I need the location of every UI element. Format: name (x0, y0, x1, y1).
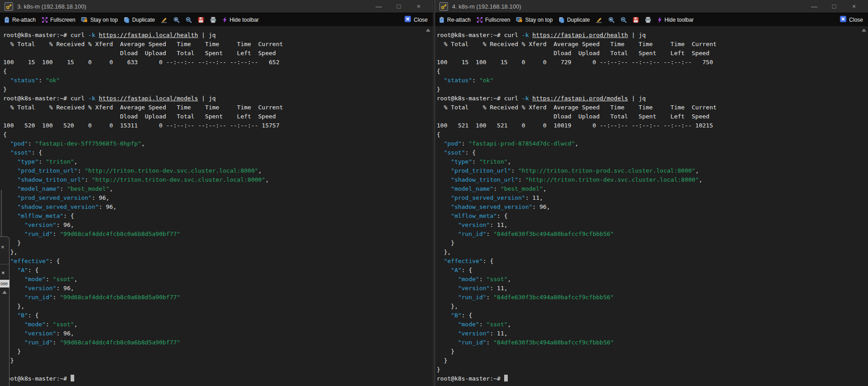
close-session-button[interactable]: Close (840, 16, 863, 24)
window-title: 4. k8s-m (192.168.18.100) (452, 3, 804, 10)
terminal-line: Dload Upload Total Spent Left Speed (437, 49, 868, 58)
floppy-icon (198, 17, 204, 23)
terminal-line: "type": "triton", (3, 157, 433, 166)
toolbar-button-label: Hide toolbar (664, 17, 694, 23)
terminal-line: % Total % Received % Xferd Average Speed… (3, 103, 433, 112)
maximize-button[interactable]: □ (389, 3, 409, 10)
terminal-line: "version": 96, (3, 329, 433, 338)
terminal-screen[interactable]: root@k8s-master:~# curl -k https://fasta… (435, 26, 868, 386)
terminal-line: "run_id": "84dfe630f3bc494a80bafccf9cfbb… (437, 338, 868, 347)
session-key-icon (5, 2, 13, 11)
terminal-line: { (437, 130, 868, 139)
terminal-line: % Total % Received % Xferd Average Speed… (437, 40, 868, 49)
maximize-button[interactable]: □ (824, 3, 844, 10)
close-x-icon (405, 16, 411, 24)
session-key-icon (439, 2, 448, 11)
terminal-line: % Total % Received % Xferd Average Speed… (437, 103, 868, 112)
terminal-line: 100 15 100 15 0 0 729 0 --:--:-- --:--:-… (437, 58, 868, 67)
toolbar-button-reattach[interactable]: Re-attach (4, 17, 36, 23)
terminal-line: root@k8s-master:~# (437, 374, 868, 383)
terminal-line: } (437, 365, 868, 374)
terminal-line: "version": 11, (437, 284, 868, 293)
titlebar[interactable]: 3. k8s-m (192.168.18.100) — □ × (0, 0, 433, 13)
toolbar-button-printer[interactable] (210, 17, 216, 23)
toolbar-button-reattach[interactable]: Re-attach (439, 17, 471, 23)
terminal-line: "A": { (437, 266, 868, 275)
close-x-icon (840, 16, 846, 24)
scrollbar-up-arrow[interactable] (2, 291, 7, 294)
minimize-button[interactable]: — (369, 3, 389, 10)
terminal-window-3: 3. k8s-m (192.168.18.100) — □ × Re-attac… (0, 0, 434, 386)
terminal-line: }, (3, 302, 433, 311)
toolbar-button-label: Hide toolbar (229, 17, 259, 23)
terminal-line: }, (437, 302, 868, 311)
floppy-icon (633, 17, 639, 23)
terminal-line: "effective": { (3, 257, 433, 266)
scrollbar-up-arrow[interactable] (426, 28, 430, 32)
toolbar-button-fullscreen[interactable]: Fullscreen (42, 17, 75, 23)
terminal-line: "shadow_served_version": 96, (3, 202, 433, 212)
close-session-label: Close (414, 17, 428, 23)
toolbar-button-stayontop[interactable]: Stay on top (516, 17, 553, 23)
terminal-line: { (3, 67, 433, 76)
screen: 3. k8s-m (192.168.18.100) — □ × Re-attac… (0, 0, 868, 386)
terminal-line: "B": { (437, 311, 868, 320)
terminal-line: "mode": "ssot", (437, 275, 868, 284)
close-window-button[interactable]: × (409, 3, 429, 10)
terminal-line: "run_id": "99d68caf4ddc4fcb8c0a6b8d5a90b… (3, 230, 433, 239)
toolbar-button-floppy[interactable] (633, 17, 639, 23)
terminal-line: } (3, 85, 433, 94)
terminal-line: "shadow_served_version": 96, (437, 202, 868, 212)
toolbar-button-stayontop[interactable]: Stay on top (81, 17, 118, 23)
clipped-background-window: × × ose (0, 236, 10, 386)
clipped-close-button[interactable]: ose (0, 280, 10, 287)
terminal-line: "status": "ok" (3, 76, 433, 85)
terminal-line: 100 521 100 521 0 0 10019 0 --:--:-- --:… (437, 121, 868, 130)
terminal-line: "shadow_triton_url": "http://triton.trit… (3, 175, 433, 184)
terminal-screen[interactable]: root@k8s-master:~# curl -k https://fasta… (0, 26, 433, 386)
zoomout-icon (620, 17, 627, 23)
toolbar-button-bolt[interactable]: Hide toolbar (657, 17, 694, 23)
zoomin-icon (173, 17, 180, 23)
clipped-close-icon[interactable]: × (1, 244, 5, 250)
terminal-line: "mlflow_meta": { (3, 212, 433, 221)
close-session-button[interactable]: Close (405, 16, 428, 24)
minimize-button[interactable]: — (804, 3, 824, 10)
toolbar-button-duplicate[interactable]: Duplicate (558, 17, 590, 23)
toolbar-button-pen[interactable] (161, 17, 167, 23)
terminal-line: } (3, 356, 433, 365)
reattach-icon (439, 17, 445, 23)
pen-icon (161, 17, 167, 23)
toolbar-button-printer[interactable] (645, 17, 651, 23)
scrollbar-up-arrow[interactable] (862, 28, 866, 32)
terminal-line: "A": { (3, 266, 433, 275)
toolbar-button-floppy[interactable] (198, 17, 204, 23)
toolbar-button-bolt[interactable]: Hide toolbar (222, 17, 259, 23)
terminal-line: } (437, 356, 868, 365)
toolbar-button-fullscreen[interactable]: Fullscreen (477, 17, 510, 23)
printer-icon (210, 17, 216, 23)
terminal-line: Dload Upload Total Spent Left Speed (3, 49, 433, 58)
toolbar-button-duplicate[interactable]: Duplicate (124, 17, 155, 23)
terminal-line: "run_id": "84dfe630f3bc494a80bafccf9cfbb… (437, 293, 868, 302)
terminal-line: root@k8s-master:~# curl -k https://fasta… (3, 31, 433, 40)
close-window-button[interactable]: × (844, 3, 864, 10)
clipped-close-x-icon[interactable]: × (1, 269, 5, 276)
terminal-line: "version": 96, (3, 284, 433, 293)
toolbar-button-zoomout[interactable] (620, 17, 627, 23)
toolbar-button-zoomin[interactable] (608, 17, 615, 23)
toolbar-button-pen[interactable] (596, 17, 602, 23)
terminal-line: "version": 11, (437, 329, 868, 338)
terminal-line: root@k8s-master:~# (3, 374, 433, 383)
terminal-line: "effective": { (437, 257, 868, 266)
fullscreen-icon (42, 17, 48, 23)
titlebar[interactable]: 4. k8s-m (192.168.18.100) — □ × (435, 0, 868, 13)
terminal-line: % Total % Received % Xferd Average Speed… (3, 40, 433, 49)
toolbar-button-zoomout[interactable] (186, 17, 192, 23)
terminal-line: "run_id": "84dfe630f3bc494a80bafccf9cfbb… (437, 230, 868, 239)
terminal-line: "prod_served_version": 11, (437, 193, 868, 202)
duplicate-icon (558, 17, 565, 23)
toolbar-button-zoomin[interactable] (173, 17, 180, 23)
terminal-line: "mode": "ssot", (3, 320, 433, 329)
toolbar-button-label: Duplicate (132, 17, 155, 23)
